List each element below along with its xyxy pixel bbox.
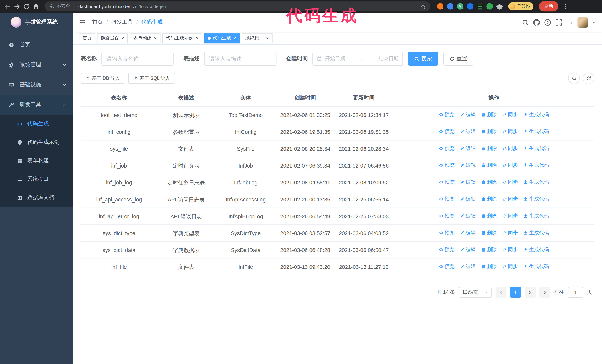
tab-代码生成示例[interactable]: 代码生成示例× bbox=[162, 33, 203, 43]
search-button[interactable]: 搜索 bbox=[408, 52, 438, 66]
delete-action[interactable]: 删除 bbox=[481, 213, 497, 219]
delete-action[interactable]: 删除 bbox=[481, 145, 497, 152]
delete-action[interactable]: 删除 bbox=[481, 111, 497, 118]
generate-code-action[interactable]: 生成代码 bbox=[523, 162, 549, 169]
date-end-placeholder[interactable]: 结束日期 bbox=[379, 55, 399, 62]
generate-code-action[interactable]: 生成代码 bbox=[523, 145, 549, 152]
profile-paused-badge[interactable]: 已暂停 bbox=[508, 2, 533, 10]
generate-code-action[interactable]: 生成代码 bbox=[523, 179, 549, 186]
edit-action[interactable]: 编辑 bbox=[460, 179, 476, 186]
import-db-button[interactable]: 基于 DB 导入 bbox=[81, 73, 124, 84]
page-1-button[interactable]: 1 bbox=[510, 287, 521, 298]
generate-code-action[interactable]: 生成代码 bbox=[523, 128, 549, 135]
vue-devtools-icon[interactable] bbox=[457, 3, 463, 10]
extension-icon[interactable] bbox=[447, 3, 453, 10]
tab-close-icon[interactable]: × bbox=[195, 36, 199, 41]
preview-action[interactable]: 预览 bbox=[439, 179, 455, 186]
sync-action[interactable]: 同步 bbox=[502, 246, 518, 253]
sync-action[interactable]: 同步 bbox=[502, 162, 518, 169]
tab-首页[interactable]: 首页 bbox=[79, 33, 95, 43]
fullscreen-icon[interactable] bbox=[555, 19, 562, 26]
tab-表单构建[interactable]: 表单构建× bbox=[130, 33, 161, 43]
font-size-icon[interactable]: TT bbox=[566, 19, 573, 26]
generate-code-action[interactable]: 生成代码 bbox=[523, 229, 549, 236]
edit-action[interactable]: 编辑 bbox=[460, 145, 476, 152]
breadcrumb-item[interactable]: 研发工具 bbox=[111, 19, 133, 26]
sync-action[interactable]: 同步 bbox=[502, 111, 518, 118]
edit-action[interactable]: 编辑 bbox=[460, 128, 476, 135]
preview-action[interactable]: 预览 bbox=[439, 162, 455, 169]
preview-action[interactable]: 预览 bbox=[439, 246, 455, 253]
refresh-table-button[interactable] bbox=[583, 73, 594, 84]
breadcrumb-item[interactable]: 首页 bbox=[92, 19, 103, 26]
preview-action[interactable]: 预览 bbox=[439, 111, 455, 118]
chrome-update-button[interactable]: 更新 bbox=[539, 1, 558, 11]
user-avatar[interactable] bbox=[577, 17, 588, 27]
sync-action[interactable]: 同步 bbox=[502, 229, 518, 236]
hamburger-icon[interactable] bbox=[79, 19, 86, 26]
extension-icon[interactable] bbox=[477, 3, 483, 10]
search-icon[interactable] bbox=[522, 19, 529, 26]
edit-action[interactable]: 编辑 bbox=[460, 229, 476, 236]
reset-button[interactable]: 重置 bbox=[443, 52, 473, 66]
back-icon[interactable] bbox=[4, 3, 11, 10]
delete-action[interactable]: 删除 bbox=[481, 229, 497, 236]
security-warning-icon[interactable] bbox=[49, 4, 54, 9]
delete-action[interactable]: 删除 bbox=[481, 162, 497, 169]
tab-代码生成[interactable]: 代码生成× bbox=[204, 33, 240, 43]
preview-action[interactable]: 预览 bbox=[439, 145, 455, 152]
reload-icon[interactable] bbox=[23, 3, 30, 10]
home-icon[interactable] bbox=[32, 3, 39, 10]
delete-action[interactable]: 删除 bbox=[481, 263, 497, 270]
delete-action[interactable]: 删除 bbox=[481, 246, 497, 253]
address-bar[interactable]: 不安全 dashboard.yudao.iocoder.cn/tool/code… bbox=[44, 1, 430, 11]
sidebar-item-代码生成示例[interactable]: 代码生成示例 bbox=[0, 133, 73, 151]
edit-action[interactable]: 编辑 bbox=[460, 246, 476, 253]
sidebar-logo[interactable]: 芋道管理系统 bbox=[0, 13, 73, 32]
preview-action[interactable]: 预览 bbox=[439, 128, 455, 135]
preview-action[interactable]: 预览 bbox=[439, 196, 455, 203]
sync-action[interactable]: 同步 bbox=[502, 145, 518, 152]
edit-action[interactable]: 编辑 bbox=[460, 111, 476, 118]
delete-action[interactable]: 删除 bbox=[481, 128, 497, 135]
avatar-caret-icon[interactable] bbox=[592, 20, 596, 24]
forward-icon[interactable] bbox=[13, 3, 20, 10]
generate-code-action[interactable]: 生成代码 bbox=[523, 213, 549, 219]
table-name-input[interactable] bbox=[101, 52, 173, 66]
date-start-placeholder[interactable]: 开始日期 bbox=[325, 55, 345, 62]
tab-链路追踪[interactable]: 链路追踪× bbox=[97, 33, 128, 43]
bookmark-star-icon[interactable] bbox=[420, 4, 426, 9]
sync-action[interactable]: 同步 bbox=[502, 213, 518, 219]
edit-action[interactable]: 编辑 bbox=[460, 213, 476, 219]
generate-code-action[interactable]: 生成代码 bbox=[523, 263, 549, 270]
page-2-button[interactable]: 2 bbox=[525, 287, 536, 298]
sidebar-item-基础设施[interactable]: 基础设施 bbox=[0, 75, 73, 95]
import-sql-button[interactable]: 基于 SQL 导入 bbox=[128, 73, 175, 84]
browser-menu-icon[interactable] bbox=[563, 3, 568, 9]
edit-action[interactable]: 编辑 bbox=[460, 196, 476, 203]
generate-code-action[interactable]: 生成代码 bbox=[523, 111, 549, 118]
sidebar-item-表单构建[interactable]: 表单构建 bbox=[0, 151, 73, 170]
generate-code-action[interactable]: 生成代码 bbox=[523, 246, 549, 253]
generate-code-action[interactable]: 生成代码 bbox=[523, 196, 549, 203]
tab-close-icon[interactable]: × bbox=[121, 36, 124, 41]
tab-close-icon[interactable]: × bbox=[233, 36, 236, 41]
sidebar-item-首页[interactable]: 首页 bbox=[0, 35, 73, 55]
goto-page-input[interactable] bbox=[568, 287, 583, 298]
sync-action[interactable]: 同步 bbox=[502, 179, 518, 186]
preview-action[interactable]: 预览 bbox=[439, 213, 455, 219]
extension-icon[interactable] bbox=[467, 3, 473, 10]
github-icon[interactable] bbox=[533, 19, 540, 26]
preview-action[interactable]: 预览 bbox=[439, 229, 455, 236]
sidebar-item-代码生成[interactable]: 代码生成 bbox=[0, 114, 73, 133]
edit-action[interactable]: 编辑 bbox=[460, 162, 476, 169]
toggle-search-button[interactable] bbox=[568, 73, 580, 84]
date-range-picker[interactable]: 开始日期 - 结束日期 bbox=[312, 52, 403, 66]
sidebar-item-研发工具[interactable]: 研发工具 bbox=[0, 95, 73, 115]
delete-action[interactable]: 删除 bbox=[481, 179, 497, 186]
extension-icon[interactable] bbox=[486, 3, 493, 10]
delete-action[interactable]: 删除 bbox=[481, 196, 497, 203]
prev-page-button[interactable] bbox=[496, 287, 506, 298]
page-size-select[interactable]: 10条/页 bbox=[459, 287, 492, 298]
sidebar-item-系统接口[interactable]: 系统接口 bbox=[0, 170, 73, 188]
